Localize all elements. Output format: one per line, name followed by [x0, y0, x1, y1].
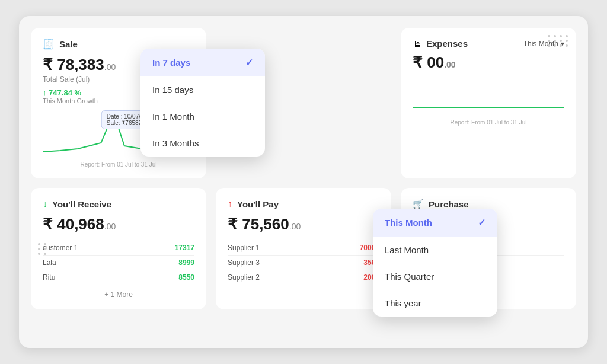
receive-icon: ↓	[43, 199, 47, 209]
dropdown-item-in15days[interactable]: In 15 days	[140, 76, 265, 103]
pay-amount: ₹ 75,560.00	[228, 215, 379, 234]
dropdown-item-thisquarter[interactable]: This Quarter	[373, 263, 497, 290]
dropdown-item-in7days[interactable]: In 7 days ✓	[140, 49, 265, 76]
list-item: customer 1 17317	[43, 241, 194, 256]
expenses-header: 🖥 Expenses This Month ▾	[413, 39, 564, 49]
purchase-title: Purchase	[429, 199, 469, 209]
expenses-title: Expenses	[426, 39, 468, 49]
check-icon: ✓	[245, 57, 253, 68]
sale-period-dropdown: In 7 days ✓ In 15 days In 1 Month In 3 M…	[140, 49, 265, 157]
pay-icon: ↑	[228, 199, 232, 209]
list-item: Lala 8999	[43, 256, 194, 270]
sale-icon: 🧾	[43, 39, 55, 50]
pay-card-header: ↑ You'll Pay	[228, 199, 379, 209]
dropdown-item-thisyear[interactable]: This year	[373, 290, 497, 317]
dot-pattern-expenses	[548, 35, 569, 47]
list-item: Ritu 8550	[43, 270, 194, 285]
dropdown-item-lastmonth[interactable]: Last Month	[373, 237, 497, 263]
sale-chart-report: Report: From 01 Jul to 31 Jul	[43, 161, 194, 168]
receive-card-header: ↓ You'll Receive	[43, 199, 194, 209]
expenses-line-svg	[413, 90, 564, 113]
pay-title: You'll Pay	[237, 199, 279, 209]
receive-amount: ₹ 40,968.00	[43, 215, 194, 234]
purchase-period-dropdown: This Month ✓ Last Month This Quarter Thi…	[373, 209, 497, 317]
dropdown-item-in3months[interactable]: In 3 Months	[140, 130, 265, 157]
expenses-card: 🖥 Expenses This Month ▾ ₹ 00.00 Report: …	[401, 28, 576, 178]
receive-card: ↓ You'll Receive ₹ 40,968.00 customer 1 …	[31, 188, 206, 309]
purchase-card-header: 🛒 Purchase	[413, 199, 564, 209]
list-item: Supplier 2 2000	[228, 270, 379, 285]
dropdown-item-in1month[interactable]: In 1 Month	[140, 103, 265, 130]
purchase-icon: 🛒	[413, 199, 424, 209]
more-link[interactable]: + 1 More	[43, 290, 194, 299]
main-container: 🧾 Sale ₹ 78,383.00 Total Sale (Jul) ↑ 74…	[19, 16, 588, 348]
dropdown-item-thismonth[interactable]: This Month ✓	[373, 209, 497, 237]
top-grid: 🧾 Sale ₹ 78,383.00 Total Sale (Jul) ↑ 74…	[31, 28, 576, 178]
receive-title: You'll Receive	[52, 199, 111, 209]
pay-card: ↑ You'll Pay ₹ 75,560.00 Supplier 1 7000…	[216, 188, 391, 309]
dot-pattern-receive	[38, 243, 47, 255]
expenses-icon: 🖥	[413, 39, 421, 49]
expenses-amount: ₹ 00.00	[413, 53, 564, 72]
expenses-chart	[413, 90, 564, 116]
expenses-report: Report: From 01 Jul to 31 Jul	[413, 119, 564, 126]
pay-list: Supplier 1 70000 Supplier 3 3560 Supplie…	[228, 241, 379, 285]
list-item: Supplier 3 3560	[228, 256, 379, 270]
list-item: Supplier 1 70000	[228, 241, 379, 256]
receive-list: customer 1 17317 Lala 8999 Ritu 8550	[43, 241, 194, 285]
check-icon: ✓	[478, 217, 485, 228]
sale-title: Sale	[59, 39, 78, 49]
